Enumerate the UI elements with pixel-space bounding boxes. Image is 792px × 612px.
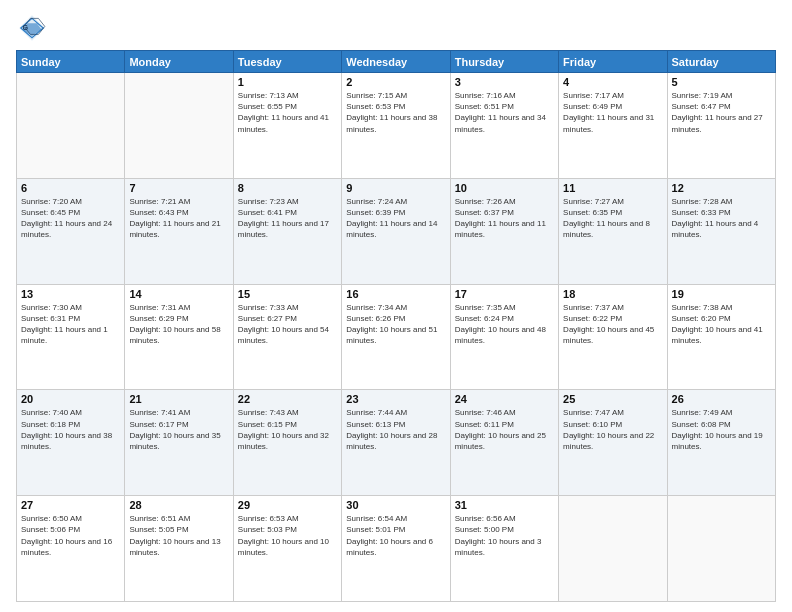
svg-text:G: G [22, 23, 28, 32]
day-number: 25 [563, 393, 662, 405]
day-info: Sunrise: 7:16 AM Sunset: 6:51 PM Dayligh… [455, 90, 554, 135]
calendar-cell [667, 496, 775, 602]
day-info: Sunrise: 7:26 AM Sunset: 6:37 PM Dayligh… [455, 196, 554, 241]
day-info: Sunrise: 7:13 AM Sunset: 6:55 PM Dayligh… [238, 90, 337, 135]
calendar-cell: 6Sunrise: 7:20 AM Sunset: 6:45 PM Daylig… [17, 178, 125, 284]
day-info: Sunrise: 7:47 AM Sunset: 6:10 PM Dayligh… [563, 407, 662, 452]
day-number: 29 [238, 499, 337, 511]
day-headers-row: SundayMondayTuesdayWednesdayThursdayFrid… [17, 51, 776, 73]
calendar-cell: 8Sunrise: 7:23 AM Sunset: 6:41 PM Daylig… [233, 178, 341, 284]
day-number: 19 [672, 288, 771, 300]
day-number: 9 [346, 182, 445, 194]
calendar-cell [125, 73, 233, 179]
day-info: Sunrise: 7:19 AM Sunset: 6:47 PM Dayligh… [672, 90, 771, 135]
day-header-wednesday: Wednesday [342, 51, 450, 73]
day-number: 14 [129, 288, 228, 300]
calendar-cell: 29Sunrise: 6:53 AM Sunset: 5:03 PM Dayli… [233, 496, 341, 602]
calendar-cell: 21Sunrise: 7:41 AM Sunset: 6:17 PM Dayli… [125, 390, 233, 496]
header: G [16, 12, 776, 44]
calendar-cell: 17Sunrise: 7:35 AM Sunset: 6:24 PM Dayli… [450, 284, 558, 390]
logo: G [16, 12, 52, 44]
day-number: 2 [346, 76, 445, 88]
day-number: 13 [21, 288, 120, 300]
day-number: 12 [672, 182, 771, 194]
calendar-cell: 9Sunrise: 7:24 AM Sunset: 6:39 PM Daylig… [342, 178, 450, 284]
day-number: 3 [455, 76, 554, 88]
calendar-cell: 16Sunrise: 7:34 AM Sunset: 6:26 PM Dayli… [342, 284, 450, 390]
calendar-week-row: 6Sunrise: 7:20 AM Sunset: 6:45 PM Daylig… [17, 178, 776, 284]
calendar-cell: 31Sunrise: 6:56 AM Sunset: 5:00 PM Dayli… [450, 496, 558, 602]
day-number: 1 [238, 76, 337, 88]
calendar-cell: 30Sunrise: 6:54 AM Sunset: 5:01 PM Dayli… [342, 496, 450, 602]
day-number: 10 [455, 182, 554, 194]
day-info: Sunrise: 7:24 AM Sunset: 6:39 PM Dayligh… [346, 196, 445, 241]
day-number: 20 [21, 393, 120, 405]
day-info: Sunrise: 6:54 AM Sunset: 5:01 PM Dayligh… [346, 513, 445, 558]
day-header-tuesday: Tuesday [233, 51, 341, 73]
day-info: Sunrise: 7:35 AM Sunset: 6:24 PM Dayligh… [455, 302, 554, 347]
calendar-week-row: 13Sunrise: 7:30 AM Sunset: 6:31 PM Dayli… [17, 284, 776, 390]
day-number: 7 [129, 182, 228, 194]
calendar-cell: 7Sunrise: 7:21 AM Sunset: 6:43 PM Daylig… [125, 178, 233, 284]
calendar-cell: 23Sunrise: 7:44 AM Sunset: 6:13 PM Dayli… [342, 390, 450, 496]
day-info: Sunrise: 7:41 AM Sunset: 6:17 PM Dayligh… [129, 407, 228, 452]
day-number: 4 [563, 76, 662, 88]
calendar-cell: 15Sunrise: 7:33 AM Sunset: 6:27 PM Dayli… [233, 284, 341, 390]
day-info: Sunrise: 7:15 AM Sunset: 6:53 PM Dayligh… [346, 90, 445, 135]
day-info: Sunrise: 7:17 AM Sunset: 6:49 PM Dayligh… [563, 90, 662, 135]
day-info: Sunrise: 7:44 AM Sunset: 6:13 PM Dayligh… [346, 407, 445, 452]
day-info: Sunrise: 7:28 AM Sunset: 6:33 PM Dayligh… [672, 196, 771, 241]
calendar-cell: 4Sunrise: 7:17 AM Sunset: 6:49 PM Daylig… [559, 73, 667, 179]
day-number: 30 [346, 499, 445, 511]
calendar-week-row: 1Sunrise: 7:13 AM Sunset: 6:55 PM Daylig… [17, 73, 776, 179]
day-info: Sunrise: 7:33 AM Sunset: 6:27 PM Dayligh… [238, 302, 337, 347]
calendar-cell: 2Sunrise: 7:15 AM Sunset: 6:53 PM Daylig… [342, 73, 450, 179]
day-number: 16 [346, 288, 445, 300]
day-info: Sunrise: 7:27 AM Sunset: 6:35 PM Dayligh… [563, 196, 662, 241]
day-number: 17 [455, 288, 554, 300]
calendar-cell: 20Sunrise: 7:40 AM Sunset: 6:18 PM Dayli… [17, 390, 125, 496]
day-header-monday: Monday [125, 51, 233, 73]
day-header-saturday: Saturday [667, 51, 775, 73]
page: G SundayMondayTuesdayWednesdayThursdayFr… [0, 0, 792, 612]
calendar-cell: 26Sunrise: 7:49 AM Sunset: 6:08 PM Dayli… [667, 390, 775, 496]
calendar-cell: 1Sunrise: 7:13 AM Sunset: 6:55 PM Daylig… [233, 73, 341, 179]
calendar-cell: 18Sunrise: 7:37 AM Sunset: 6:22 PM Dayli… [559, 284, 667, 390]
calendar-week-row: 27Sunrise: 6:50 AM Sunset: 5:06 PM Dayli… [17, 496, 776, 602]
day-number: 24 [455, 393, 554, 405]
day-info: Sunrise: 7:31 AM Sunset: 6:29 PM Dayligh… [129, 302, 228, 347]
day-info: Sunrise: 7:49 AM Sunset: 6:08 PM Dayligh… [672, 407, 771, 452]
calendar-cell: 19Sunrise: 7:38 AM Sunset: 6:20 PM Dayli… [667, 284, 775, 390]
day-info: Sunrise: 7:34 AM Sunset: 6:26 PM Dayligh… [346, 302, 445, 347]
day-info: Sunrise: 6:51 AM Sunset: 5:05 PM Dayligh… [129, 513, 228, 558]
day-number: 15 [238, 288, 337, 300]
calendar-cell: 25Sunrise: 7:47 AM Sunset: 6:10 PM Dayli… [559, 390, 667, 496]
day-info: Sunrise: 7:46 AM Sunset: 6:11 PM Dayligh… [455, 407, 554, 452]
day-header-friday: Friday [559, 51, 667, 73]
day-number: 11 [563, 182, 662, 194]
calendar-cell: 10Sunrise: 7:26 AM Sunset: 6:37 PM Dayli… [450, 178, 558, 284]
calendar-cell: 13Sunrise: 7:30 AM Sunset: 6:31 PM Dayli… [17, 284, 125, 390]
day-info: Sunrise: 7:20 AM Sunset: 6:45 PM Dayligh… [21, 196, 120, 241]
calendar-cell: 28Sunrise: 6:51 AM Sunset: 5:05 PM Dayli… [125, 496, 233, 602]
day-info: Sunrise: 7:40 AM Sunset: 6:18 PM Dayligh… [21, 407, 120, 452]
calendar-cell [559, 496, 667, 602]
day-info: Sunrise: 6:56 AM Sunset: 5:00 PM Dayligh… [455, 513, 554, 558]
calendar-cell: 12Sunrise: 7:28 AM Sunset: 6:33 PM Dayli… [667, 178, 775, 284]
calendar-table: SundayMondayTuesdayWednesdayThursdayFrid… [16, 50, 776, 602]
day-info: Sunrise: 7:23 AM Sunset: 6:41 PM Dayligh… [238, 196, 337, 241]
day-number: 27 [21, 499, 120, 511]
day-number: 6 [21, 182, 120, 194]
day-number: 18 [563, 288, 662, 300]
day-info: Sunrise: 6:53 AM Sunset: 5:03 PM Dayligh… [238, 513, 337, 558]
day-number: 22 [238, 393, 337, 405]
calendar-cell: 27Sunrise: 6:50 AM Sunset: 5:06 PM Dayli… [17, 496, 125, 602]
logo-icon: G [16, 12, 48, 44]
day-number: 5 [672, 76, 771, 88]
day-number: 31 [455, 499, 554, 511]
day-header-sunday: Sunday [17, 51, 125, 73]
day-number: 23 [346, 393, 445, 405]
day-info: Sunrise: 7:30 AM Sunset: 6:31 PM Dayligh… [21, 302, 120, 347]
calendar-cell: 5Sunrise: 7:19 AM Sunset: 6:47 PM Daylig… [667, 73, 775, 179]
day-info: Sunrise: 6:50 AM Sunset: 5:06 PM Dayligh… [21, 513, 120, 558]
